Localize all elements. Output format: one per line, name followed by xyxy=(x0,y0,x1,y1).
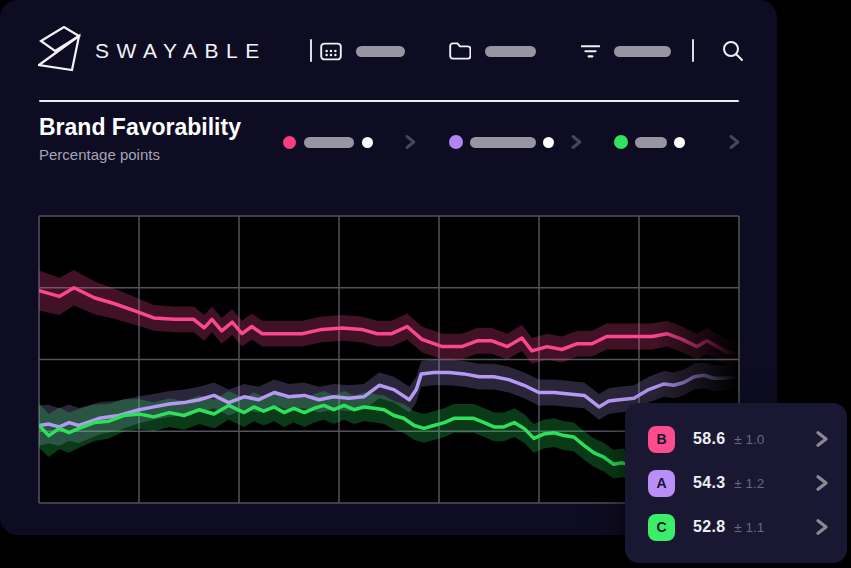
filter-icon xyxy=(581,44,600,59)
metric-uncertainty: ± 1.1 xyxy=(734,520,764,535)
legend-item-b[interactable] xyxy=(283,134,373,150)
metric-detail-chevron-icon[interactable] xyxy=(815,474,829,492)
series-b-badge: B xyxy=(648,426,675,453)
nav-item-projects[interactable] xyxy=(449,38,536,64)
legend-item-a[interactable] xyxy=(449,134,554,150)
legend-marker-dot xyxy=(674,137,685,148)
metric-value: 58.6 xyxy=(693,430,725,448)
metric-row[interactable]: B 58.6 ± 1.0 xyxy=(648,426,847,453)
legend-item-c[interactable] xyxy=(614,134,685,150)
metric-row[interactable]: C 52.8 ± 1.1 xyxy=(648,514,847,541)
legend-next-chevron-icon[interactable] xyxy=(570,134,583,150)
nav-separator xyxy=(692,39,694,62)
legend-marker-dot xyxy=(543,137,554,148)
folder-icon xyxy=(449,42,471,60)
legend-marker-dot xyxy=(362,137,373,148)
metric-value: 52.8 xyxy=(693,518,725,536)
series-b-dot xyxy=(283,136,296,149)
series-a-dot xyxy=(449,135,463,149)
legend-next-chevron-icon[interactable] xyxy=(404,134,417,150)
series-c-badge: C xyxy=(648,514,675,541)
legend-label-placeholder xyxy=(470,137,536,148)
series-a-badge: A xyxy=(648,470,675,497)
metric-uncertainty: ± 1.2 xyxy=(734,476,764,491)
metric-value: 54.3 xyxy=(693,474,725,492)
legend-next-chevron-icon[interactable] xyxy=(728,134,741,150)
nav-separator xyxy=(310,39,312,62)
page-subtitle: Percentage points xyxy=(39,146,160,163)
series-c-dot xyxy=(614,135,628,149)
nav-label-placeholder xyxy=(614,46,671,57)
nav-item-date-range[interactable] xyxy=(320,38,405,64)
metric-detail-chevron-icon[interactable] xyxy=(815,430,829,448)
metric-detail-chevron-icon[interactable] xyxy=(815,518,829,536)
search-icon[interactable] xyxy=(721,39,745,63)
header-divider xyxy=(39,100,739,102)
nav-label-placeholder xyxy=(356,46,405,57)
nav-label-placeholder xyxy=(485,46,536,57)
brand-wordmark[interactable]: SWAYABLE xyxy=(95,39,267,63)
calendar-icon xyxy=(320,42,342,61)
metric-uncertainty: ± 1.0 xyxy=(734,432,764,447)
metrics-card: B 58.6 ± 1.0 A 54.3 ± 1.2 C 52.8 ± 1.1 xyxy=(625,403,847,563)
metric-row[interactable]: A 54.3 ± 1.2 xyxy=(648,470,847,497)
page-title: Brand Favorability xyxy=(39,114,241,141)
swayable-logo-icon xyxy=(38,26,82,74)
legend-label-placeholder xyxy=(304,137,354,148)
legend-label-placeholder xyxy=(635,137,667,148)
nav-item-filter[interactable] xyxy=(581,38,671,64)
